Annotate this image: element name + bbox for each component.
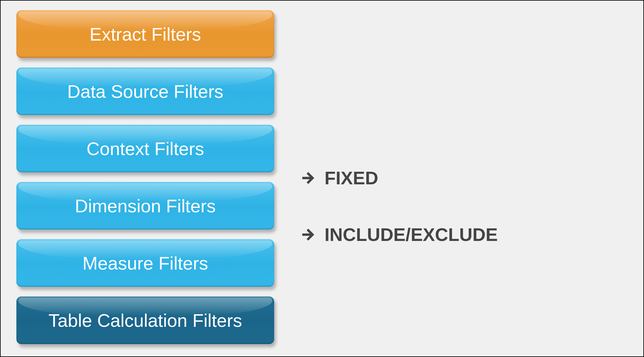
annotation-include: INCLUDE/EXCLUDE: [299, 224, 498, 245]
filter-datasource: Data Source Filters: [16, 67, 274, 115]
filter-tablecalc: Table Calculation Filters: [16, 296, 274, 344]
filter-dimension: Dimension Filters: [16, 182, 274, 230]
filter-extract-label: Extract Filters: [90, 24, 201, 45]
annotation-fixed: FIXED: [299, 167, 378, 188]
filter-context: Context Filters: [16, 125, 274, 172]
slide-content: Extract Filters Data Source Filters Cont…: [16, 10, 628, 347]
slide-frame: Extract Filters Data Source Filters Cont…: [0, 0, 644, 357]
filter-tablecalc-label: Table Calculation Filters: [48, 310, 242, 331]
annotations-column: FIXED INCLUDE/EXCLUDE: [274, 10, 628, 347]
annotation-fixed-label: FIXED: [325, 167, 378, 188]
filter-dimension-label: Dimension Filters: [75, 195, 216, 216]
filters-column: Extract Filters Data Source Filters Cont…: [16, 10, 274, 347]
filter-context-label: Context Filters: [86, 138, 204, 159]
filter-measure-label: Measure Filters: [82, 253, 208, 274]
arrow-right-icon: [299, 226, 317, 243]
filter-measure: Measure Filters: [16, 239, 274, 287]
annotation-include-label: INCLUDE/EXCLUDE: [325, 224, 498, 245]
filter-datasource-label: Data Source Filters: [67, 81, 223, 102]
arrow-right-icon: [299, 169, 317, 187]
filter-extract: Extract Filters: [16, 10, 274, 58]
